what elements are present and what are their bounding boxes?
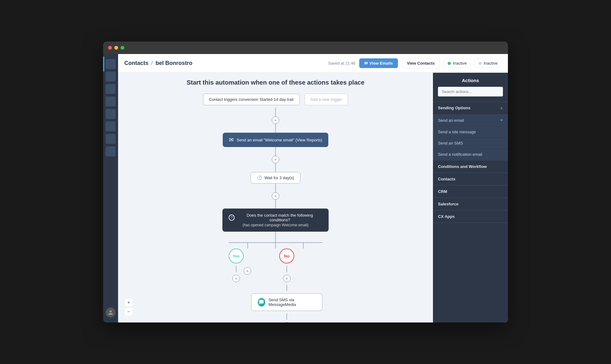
sending-options-header[interactable]: Sending Options ∧: [433, 102, 508, 114]
connector-4: [275, 163, 276, 172]
close-button[interactable]: [108, 46, 112, 50]
crm-section[interactable]: CRM: [433, 185, 508, 198]
sidebar-item-1[interactable]: [106, 59, 116, 69]
conditions-workflow-section[interactable]: Conditions and Workflow: [433, 160, 508, 173]
branch-split-line: [229, 232, 322, 243]
view-emails-label: View Emails: [370, 61, 393, 66]
plus-icon-no: +: [286, 276, 288, 281]
send-email-label: Send an email: [438, 118, 464, 123]
rs-header: Actions: [433, 73, 508, 102]
condition-node[interactable]: ? Does the contact match the following c…: [222, 209, 329, 232]
app-window: Contacts / bel Bonrostro Saved at 21:46 …: [103, 42, 508, 322]
rs-item-site-message[interactable]: Send a site message: [433, 126, 508, 137]
sidebar-item-7[interactable]: [106, 134, 116, 144]
window-controls: [108, 46, 124, 50]
app-body: Contacts / bel Bonrostro Saved at 21:46 …: [103, 54, 508, 322]
view-contacts-button[interactable]: View Contacts: [402, 58, 440, 68]
no-connector: [286, 266, 287, 272]
workflow-canvas[interactable]: Start this automation when one of these …: [118, 73, 433, 322]
sms-icon: [258, 298, 265, 307]
trigger-add-label: Add a new trigger: [310, 97, 342, 102]
wait-node[interactable]: 🕐 Wait for 3 day(s): [251, 172, 301, 184]
trigger-node-1[interactable]: Contact triggers conversion Started 14 d…: [203, 94, 300, 105]
workflow-container: Start this automation when one of these …: [124, 79, 427, 322]
connector-2: [275, 124, 276, 133]
status-green-dot: [448, 62, 451, 65]
conditions-workflow-label: Conditions and Workflow: [438, 164, 487, 169]
add-button-center[interactable]: +: [244, 267, 251, 275]
right-sidebar: Actions Sending Options ∧ Send an email: [433, 73, 508, 322]
plus-icon-yes: +: [235, 276, 237, 281]
rs-item-sms[interactable]: Send an SMS: [433, 138, 508, 149]
sidebar-item-3[interactable]: [106, 84, 116, 94]
header: Contacts / bel Bonrostro Saved at 21:46 …: [118, 54, 508, 73]
cx-apps-section[interactable]: CX Apps: [433, 210, 508, 223]
connector-3: [275, 147, 276, 156]
trigger-row: Contact triggers conversion Started 14 d…: [203, 94, 348, 105]
status-active-badge[interactable]: Inactive: [444, 59, 471, 68]
titlebar: [103, 42, 508, 54]
add-button-yes[interactable]: +: [232, 275, 240, 282]
canvas-title: Start this automation when one of these …: [186, 79, 364, 86]
status-inactive-badge[interactable]: Inactive: [474, 59, 502, 68]
zoom-in-button[interactable]: +: [124, 298, 133, 307]
rs-item-notification[interactable]: Send a notification email: [433, 149, 508, 160]
zoom-out-button[interactable]: −: [124, 307, 133, 316]
sidebar-item-5[interactable]: [106, 109, 116, 119]
trigger-1-label: Contact triggers conversion Started 14 d…: [209, 97, 294, 102]
add-button-2[interactable]: +: [272, 156, 279, 163]
add-button-sms[interactable]: +: [283, 322, 291, 322]
question-icon: ?: [229, 214, 235, 221]
add-button-1[interactable]: +: [272, 116, 279, 124]
rs-item-send-email[interactable]: Send an email +: [433, 114, 508, 126]
yes-label: Yes: [233, 254, 240, 258]
center-branch: +: [244, 267, 251, 275]
contacts-section-label: Contacts: [438, 177, 455, 181]
maximize-button[interactable]: [121, 46, 124, 50]
view-contacts-label: View Contacts: [407, 61, 435, 66]
no-label: No: [284, 254, 289, 258]
breadcrumb-page[interactable]: bel Bonrostro: [156, 60, 192, 66]
connector-5: [275, 184, 276, 192]
breadcrumb: Contacts / bel Bonrostro: [124, 60, 192, 66]
contacts-section[interactable]: Contacts: [433, 173, 508, 185]
search-input[interactable]: [438, 87, 503, 96]
no-connector-2: [286, 285, 287, 291]
breadcrumb-separator: /: [151, 60, 153, 66]
chevron-up-icon: ∧: [500, 106, 503, 110]
sidebar-item-6[interactable]: [106, 121, 116, 131]
condition-label: Does the contact match the following con…: [237, 213, 322, 222]
add-icon-email: +: [500, 117, 503, 123]
sms-menu-label: Send an SMS: [438, 141, 463, 145]
salesforce-label: Salesforce: [438, 202, 459, 206]
breadcrumb-root[interactable]: Contacts: [124, 60, 148, 66]
add-button-no[interactable]: +: [283, 275, 291, 282]
site-message-label: Send a site message: [438, 130, 476, 134]
yes-branch: Yes +: [229, 248, 244, 282]
sidebar-item-2[interactable]: [106, 71, 116, 81]
wait-label: Wait for 3 day(s): [265, 175, 294, 180]
trigger-node-add[interactable]: Add a new trigger: [305, 94, 348, 105]
sidebar-item-4[interactable]: [106, 96, 116, 106]
sending-options-section: Sending Options ∧ Send an email + Send a…: [433, 102, 508, 160]
email-action-label: Send an email "Welcome email" (View Repo…: [237, 138, 322, 142]
salesforce-section[interactable]: Salesforce: [433, 198, 508, 210]
condition-sub-label: (has opened campaign Welcome email): [229, 223, 322, 227]
zoom-minus-icon: −: [127, 309, 130, 315]
yes-node[interactable]: Yes: [229, 248, 244, 263]
rs-title: Actions: [438, 78, 503, 83]
sending-options-label: Sending Options: [438, 106, 470, 110]
cx-apps-label: CX Apps: [438, 214, 455, 219]
minimize-button[interactable]: [114, 46, 118, 50]
sidebar-item-8[interactable]: [106, 146, 116, 156]
connector-1: [275, 108, 276, 116]
view-emails-button[interactable]: ✉ View Emails: [359, 58, 398, 68]
email-action-node[interactable]: ✉ Send an email "Welcome email" (View Re…: [223, 133, 329, 147]
canvas-area: Start this automation when one of these …: [118, 73, 508, 322]
status-active-label: Inactive: [453, 61, 467, 66]
no-node[interactable]: No: [279, 248, 294, 263]
add-button-3[interactable]: +: [272, 192, 279, 200]
sms-node[interactable]: Send SMS via MessageMedia: [251, 293, 322, 311]
plus-icon-3: +: [274, 194, 277, 199]
user-avatar[interactable]: [106, 307, 116, 317]
